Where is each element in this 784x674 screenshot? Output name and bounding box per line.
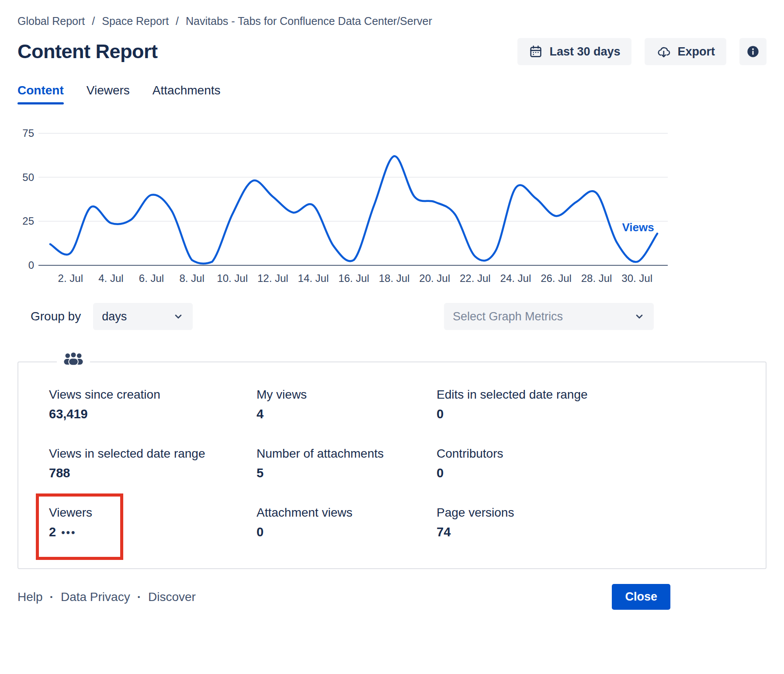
x-tick-label-8: 8. Jul — [179, 272, 204, 284]
stat-value-number: 74 — [437, 525, 451, 539]
stat-value: 4 — [257, 407, 437, 421]
x-tick-label-24: 24. Jul — [500, 272, 531, 284]
viewers-more-button[interactable]: ••• — [61, 527, 76, 538]
breadcrumb-item-navitabs-tabs-for-conflu: Navitabs - Tabs for Confluence Data Cent… — [186, 15, 432, 28]
stat-value-number: 0 — [437, 407, 444, 421]
y-tick-label-75: 75 — [22, 127, 34, 139]
stat-value: 0 — [257, 525, 437, 539]
x-tick-label-20: 20. Jul — [419, 272, 450, 284]
group-by-label: Group by — [31, 309, 81, 323]
stat-edits-in-selected-date-range: Edits in selected date range0 — [437, 388, 766, 421]
group-by-control: Group by days — [31, 303, 193, 330]
y-tick-label-25: 25 — [22, 215, 34, 227]
stat-label: Viewers — [49, 506, 257, 520]
stat-value: 2••• — [49, 525, 257, 539]
header-row: Content Report Last 30 days — [17, 38, 767, 65]
stat-value-number: 0 — [257, 525, 264, 539]
group-by-value: days — [102, 310, 127, 323]
stat-value: 63,419 — [49, 407, 257, 421]
x-tick-label-30: 30. Jul — [621, 272, 652, 284]
tab-bar: ContentViewersAttachments — [17, 83, 767, 104]
info-icon — [746, 45, 760, 59]
y-tick-label-0: 0 — [28, 259, 34, 271]
stats-grid: Views since creation63,419My views4Edits… — [49, 388, 766, 539]
stat-contributors: Contributors0 — [437, 447, 766, 480]
x-tick-label-10: 10. Jul — [217, 272, 248, 284]
stat-value-number: 2 — [49, 525, 56, 539]
stat-label: Attachment views — [257, 506, 437, 520]
stat-value: 0 — [437, 466, 766, 480]
info-button[interactable] — [739, 38, 767, 65]
stat-label: Number of attachments — [257, 447, 437, 461]
footer: Help·Data Privacy·Discover Close — [17, 584, 767, 610]
group-by-select[interactable]: days — [93, 303, 193, 330]
content-report-page: Global Report/Space Report/Navitabs - Ta… — [17, 15, 767, 610]
stat-label: Edits in selected date range — [437, 388, 766, 402]
calendar-icon — [529, 45, 543, 59]
footer-link-help[interactable]: Help — [17, 590, 43, 604]
x-tick-label-4: 4. Jul — [98, 272, 123, 284]
stat-value-number: 5 — [257, 466, 264, 480]
x-tick-label-18: 18. Jul — [379, 272, 410, 284]
stat-page-versions: Page versions74 — [437, 506, 766, 539]
footer-separator: · — [137, 590, 141, 604]
chart-controls: Group by days Select Graph Metrics — [17, 303, 767, 330]
tab-content[interactable]: Content — [17, 83, 64, 104]
chevron-down-icon — [173, 311, 184, 322]
footer-links: Help·Data Privacy·Discover — [17, 590, 196, 604]
x-tick-label-22: 22. Jul — [460, 272, 491, 284]
breadcrumb-item-space-report[interactable]: Space Report — [102, 15, 169, 28]
tab-attachments[interactable]: Attachments — [153, 83, 221, 104]
graph-metrics-placeholder: Select Graph Metrics — [453, 310, 563, 323]
breadcrumb: Global Report/Space Report/Navitabs - Ta… — [17, 15, 767, 28]
stats-card: Views since creation63,419My views4Edits… — [17, 361, 767, 569]
stat-value-number: 0 — [437, 466, 444, 480]
stat-label: Views in selected date range — [49, 447, 257, 461]
stat-my-views: My views4 — [257, 388, 437, 421]
views-series-line — [50, 156, 657, 264]
stat-views-in-selected-date-range: Views in selected date range788 — [49, 447, 257, 480]
stat-value: 788 — [49, 466, 257, 480]
breadcrumb-separator: / — [92, 15, 95, 28]
stat-label: Contributors — [437, 447, 766, 461]
stat-value: 0 — [437, 407, 766, 421]
stat-label: Views since creation — [49, 388, 257, 402]
views-line-chart: 75502502. Jul4. Jul6. Jul8. Jul10. Jul12… — [17, 119, 767, 291]
breadcrumb-item-global-report[interactable]: Global Report — [17, 15, 85, 28]
x-tick-label-26: 26. Jul — [541, 272, 572, 284]
export-label: Export — [677, 45, 715, 59]
graph-metrics-select[interactable]: Select Graph Metrics — [444, 303, 654, 330]
stat-label: Page versions — [437, 506, 766, 520]
stat-label: My views — [257, 388, 437, 402]
stat-value: 5 — [257, 466, 437, 480]
footer-link-data-privacy[interactable]: Data Privacy — [61, 590, 130, 604]
footer-separator: · — [50, 590, 54, 604]
cloud-download-icon — [656, 45, 671, 59]
series-legend-views: Views — [622, 221, 654, 234]
stat-value-number: 4 — [257, 407, 264, 421]
date-range-label: Last 30 days — [549, 45, 620, 59]
export-button[interactable]: Export — [645, 38, 726, 65]
page-title: Content Report — [17, 40, 157, 63]
x-tick-label-16: 16. Jul — [338, 272, 369, 284]
tab-viewers[interactable]: Viewers — [87, 83, 130, 104]
footer-link-discover[interactable]: Discover — [148, 590, 196, 604]
header-actions: Last 30 days Export — [517, 38, 767, 65]
stat-value-number: 788 — [49, 466, 70, 480]
stat-viewers: Viewers2••• — [49, 506, 257, 539]
x-tick-label-14: 14. Jul — [298, 272, 329, 284]
stat-value: 74 — [437, 525, 766, 539]
x-tick-label-6: 6. Jul — [139, 272, 164, 284]
date-range-button[interactable]: Last 30 days — [517, 38, 631, 65]
x-tick-label-12: 12. Jul — [257, 272, 288, 284]
people-icon — [57, 351, 90, 368]
stat-value-number: 63,419 — [49, 407, 88, 421]
x-tick-label-28: 28. Jul — [581, 272, 612, 284]
stat-attachment-views: Attachment views0 — [257, 506, 437, 539]
stat-views-since-creation: Views since creation63,419 — [49, 388, 257, 421]
chevron-down-icon — [634, 311, 645, 322]
stat-number-of-attachments: Number of attachments5 — [257, 447, 437, 480]
y-tick-label-50: 50 — [22, 171, 34, 183]
chart-canvas: 75502502. Jul4. Jul6. Jul8. Jul10. Jul12… — [17, 119, 686, 291]
close-button[interactable]: Close — [612, 584, 670, 610]
